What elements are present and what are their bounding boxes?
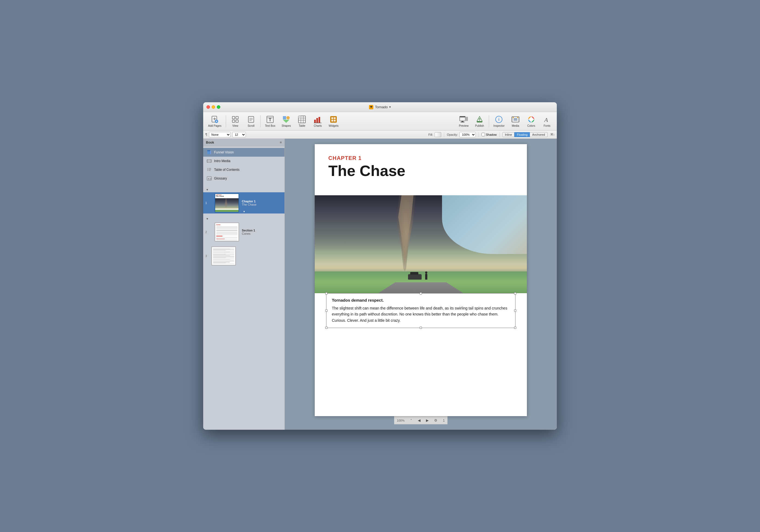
settings-btn[interactable]: ⚙ <box>434 418 437 422</box>
thumb-1-chapter: Chapter 1 <box>242 200 257 203</box>
page: CHAPTER 1 The Chase <box>315 144 527 416</box>
sky-area <box>442 195 527 254</box>
view-label: View <box>232 124 238 127</box>
inspector-button[interactable]: i Inspector <box>491 114 507 129</box>
sidebar-item-intro-media[interactable]: Intro Media <box>203 157 285 166</box>
handle-mr[interactable] <box>514 310 516 312</box>
thumb-2-section: Section 1 <box>242 229 255 232</box>
handle-bm[interactable] <box>420 327 422 329</box>
preview-label: Preview <box>459 124 469 127</box>
thumb-2-title: Cones <box>242 232 255 235</box>
toc-label: Table of Contents <box>214 168 239 171</box>
anchored-button[interactable]: Anchored <box>530 132 547 137</box>
text-box[interactable]: Tornados demand respect. The slightest s… <box>326 293 515 328</box>
main-area: Book ≡ Funnel Vision <box>203 139 557 430</box>
svg-rect-34 <box>334 120 336 121</box>
handle-tm[interactable] <box>420 292 422 295</box>
table-button[interactable]: Table <box>294 114 309 129</box>
svg-rect-37 <box>461 121 463 122</box>
thumb-1-title: The Chase <box>242 203 257 206</box>
shadow-checkbox[interactable]: Shadow <box>482 133 497 136</box>
media-button[interactable]: Media <box>508 114 523 129</box>
svg-point-18 <box>286 116 290 120</box>
group-2-expand-icon[interactable]: ▼ <box>206 217 209 220</box>
maximize-button[interactable] <box>217 105 220 109</box>
film-icon <box>207 158 212 164</box>
floating-button[interactable]: Floating <box>514 132 530 137</box>
titlebar-center: 🌪 Tornado ▾ <box>369 105 391 109</box>
svg-rect-44 <box>477 121 482 122</box>
title-dropdown-icon[interactable]: ▾ <box>389 105 391 109</box>
svg-rect-33 <box>331 120 333 121</box>
sidebar-item-toc[interactable]: Table of Contents <box>203 166 285 174</box>
handle-ml[interactable] <box>325 310 327 312</box>
svg-point-54 <box>530 118 533 121</box>
next-page-btn[interactable]: ▶ <box>426 418 429 422</box>
tornado-image <box>315 195 527 293</box>
sep-2 <box>260 115 261 127</box>
view-button[interactable]: View <box>228 114 243 129</box>
page-1-expand-btn[interactable]: ▼ <box>242 210 247 214</box>
thumb-2-info: Section 1 Cones <box>242 229 255 235</box>
zoom-stepper[interactable]: ⌃ <box>410 418 412 422</box>
sidebar-item-funnel-vision[interactable]: Funnel Vision <box>203 148 285 157</box>
svg-rect-63 <box>211 162 212 162</box>
charts-button[interactable]: Charts <box>310 114 325 129</box>
svg-rect-61 <box>207 162 208 162</box>
car-silhouette <box>408 274 422 280</box>
handle-br[interactable] <box>514 327 516 329</box>
colors-button[interactable]: Colors <box>524 114 539 129</box>
opacity-label: Opacity: <box>447 133 458 136</box>
minimize-button[interactable] <box>212 105 215 109</box>
text-body: The slightest shift can mean the differe… <box>332 305 510 323</box>
svg-rect-27 <box>316 118 318 123</box>
scroll-button[interactable]: Scroll <box>243 114 259 129</box>
prev-page-btn[interactable]: ◀ <box>418 418 420 422</box>
handle-tl[interactable] <box>325 292 327 295</box>
page-3-thumbnail <box>212 246 236 266</box>
text-box-button[interactable]: T Text Box <box>262 114 278 129</box>
thumb-item-2[interactable]: 2 Cones <box>203 221 285 243</box>
thumb-item-3[interactable]: 3 <box>203 245 285 266</box>
widgets-button[interactable]: Widgets <box>326 114 341 129</box>
svg-rect-7 <box>236 117 238 119</box>
svg-marker-19 <box>283 120 289 123</box>
page-number-display: 1 <box>443 418 445 422</box>
handle-tr[interactable] <box>514 292 516 295</box>
svg-rect-30 <box>330 116 337 123</box>
inline-button[interactable]: Inline <box>502 132 514 137</box>
close-button[interactable] <box>207 105 210 109</box>
content-area[interactable]: CHAPTER 1 The Chase <box>285 139 557 430</box>
publish-button[interactable]: Publish <box>472 114 487 129</box>
opacity-select[interactable]: 100% <box>459 132 476 137</box>
shapes-button[interactable]: Shapes <box>278 114 294 129</box>
add-pages-button[interactable]: Add Pages <box>205 114 224 129</box>
sidebar-item-glossary[interactable]: A-Z Glossary <box>203 174 285 183</box>
preview-button[interactable]: Preview <box>456 114 471 129</box>
inspector-label: Inspector <box>494 124 504 127</box>
wrap-mode-buttons: Inline Floating Anchored <box>502 132 547 137</box>
glossary-label: Glossary <box>214 176 227 180</box>
page-content: CHAPTER 1 The Chase <box>315 144 527 195</box>
svg-rect-26 <box>314 120 316 123</box>
style-select[interactable]: None <box>209 132 231 137</box>
charts-label: Charts <box>314 124 322 127</box>
handle-bl[interactable] <box>325 327 327 329</box>
font-size-select[interactable]: 12 <box>232 132 246 137</box>
fill-color-box[interactable] <box>435 132 441 137</box>
group-1-expand-icon[interactable]: ▼ <box>206 188 209 191</box>
svg-point-49 <box>513 117 514 118</box>
svg-text:T: T <box>269 118 271 122</box>
thumb-item-1[interactable]: 1 CHAPTER 1 The Chase <box>203 192 285 214</box>
fonts-button[interactable]: A Fonts <box>540 114 555 129</box>
sep-1 <box>226 115 226 127</box>
thumb-group-1-header: ▼ <box>203 187 285 192</box>
thumb-group-3: 3 <box>203 245 285 266</box>
sidebar-options-icon[interactable]: ≡ <box>280 140 282 144</box>
person-silhouette <box>425 274 427 280</box>
svg-rect-17 <box>283 116 286 120</box>
svg-rect-32 <box>334 117 336 119</box>
media-icon <box>511 115 520 124</box>
svg-rect-39 <box>466 117 468 121</box>
colors-label: Colors <box>527 124 535 127</box>
